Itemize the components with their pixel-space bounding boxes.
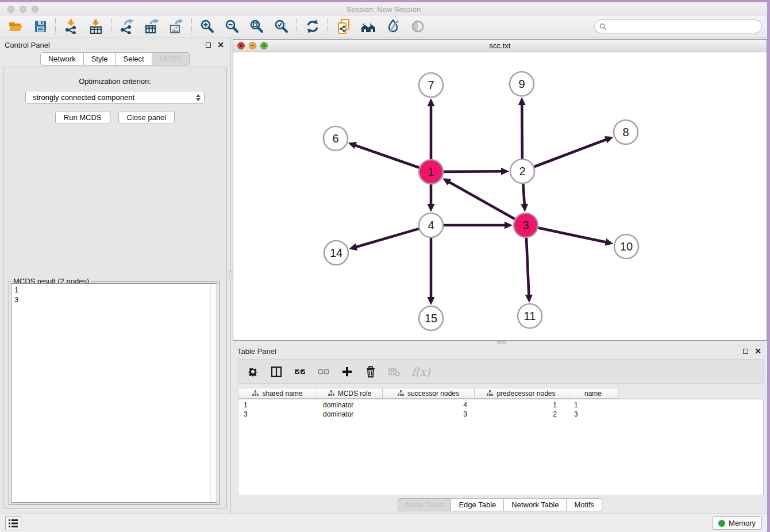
graph-edge-2-9[interactable] [518, 97, 526, 159]
table-cell[interactable]: 1 [238, 401, 318, 410]
open-session-icon[interactable] [7, 19, 23, 34]
column-header-label: successor nodes [407, 390, 459, 398]
graph-node-2[interactable]: 2 [510, 159, 534, 183]
optimization-criterion-label: Optimization criterion: [3, 77, 226, 86]
table-header-row: shared nameMCDS rolesuccessor nodesprede… [238, 388, 764, 399]
zoom-selected-icon[interactable] [274, 19, 289, 34]
task-history-button[interactable] [5, 516, 21, 530]
first-neighbors-icon[interactable] [360, 19, 376, 34]
table-cell[interactable]: 1 [569, 401, 619, 410]
unselect-all-icon[interactable] [317, 365, 330, 378]
show-style-icon[interactable] [385, 19, 401, 34]
node-label: 14 [330, 246, 342, 259]
table-cell[interactable]: dominator [318, 410, 383, 419]
graph-edge-1-7[interactable] [428, 98, 435, 159]
table-row[interactable]: 1dominator411 [238, 401, 763, 410]
graph-edge-2-3[interactable] [521, 184, 528, 212]
select-all-icon[interactable] [294, 365, 306, 378]
table-cell[interactable]: 4 [383, 401, 475, 410]
table-cell[interactable]: dominator [318, 401, 383, 410]
create-column-plus-icon[interactable] [341, 365, 353, 378]
close-panel-button[interactable]: Close panel [118, 111, 175, 124]
graph-node-8[interactable]: 8 [614, 120, 638, 144]
show-columns-icon[interactable] [270, 365, 283, 378]
graph-edge-1-6[interactable] [348, 142, 419, 168]
table-row[interactable]: 3dominator323 [238, 410, 763, 419]
graph-node-14[interactable]: 14 [324, 241, 348, 265]
export-image-icon[interactable] [168, 19, 184, 34]
graph-edge-4-15[interactable] [428, 238, 435, 305]
export-network-icon[interactable] [119, 19, 134, 34]
zoom-fit-icon[interactable] [249, 19, 264, 34]
graph-edge-1-2[interactable] [444, 168, 509, 175]
tab-select[interactable]: Select [116, 52, 152, 65]
zoom-in-icon[interactable] [199, 19, 215, 34]
graph-node-3[interactable]: 3 [514, 213, 538, 237]
graph-node-1[interactable]: 1 [419, 160, 443, 184]
column-header-shared-name[interactable]: shared name [238, 388, 317, 399]
column-header-successor-nodes[interactable]: successor nodes [383, 388, 475, 399]
table-cell[interactable]: 2 [475, 410, 569, 419]
optimization-select[interactable]: strongly connected component [25, 91, 205, 104]
tab-style[interactable]: Style [84, 52, 116, 65]
table-cell[interactable]: 1 [475, 401, 569, 410]
tab-motifs[interactable]: Motifs [567, 498, 602, 511]
graph-edge-2-8[interactable] [534, 136, 614, 167]
apply-layout-icon[interactable] [305, 19, 320, 34]
hide-panel-eye-icon[interactable] [410, 19, 425, 34]
graph-node-9[interactable]: 9 [510, 72, 534, 96]
tab-node-table[interactable]: Node Table [398, 498, 452, 511]
close-table-panel-icon[interactable]: ✕ [753, 346, 763, 356]
graph-node-15[interactable]: 15 [419, 306, 443, 330]
result-scrollbar[interactable] [210, 284, 217, 502]
tab-network-table[interactable]: Network Table [504, 498, 567, 511]
graph-node-10[interactable]: 10 [614, 234, 638, 259]
table-panel-title: Table Panel [237, 347, 737, 356]
delete-column-trash-icon[interactable] [364, 365, 377, 378]
memory-button[interactable]: Memory [712, 516, 762, 530]
tab-edge-table[interactable]: Edge Table [451, 498, 504, 511]
graph-node-4[interactable]: 4 [419, 213, 443, 237]
run-mcds-button[interactable]: Run MCDS [55, 111, 110, 124]
zoom-out-icon[interactable] [224, 19, 240, 34]
save-session-icon[interactable] [32, 19, 48, 34]
mcds-result-text[interactable]: 13 [11, 283, 217, 503]
divider-grip[interactable] [229, 270, 233, 280]
search-input[interactable] [607, 21, 761, 32]
divider-grip[interactable] [497, 341, 506, 344]
column-header-name[interactable]: name [568, 388, 618, 399]
table-body[interactable]: 1dominator4113dominator323 [238, 399, 764, 495]
table-cell[interactable]: 3 [383, 410, 475, 419]
edge-arrowhead [525, 295, 533, 303]
graph-node-6[interactable]: 6 [324, 126, 348, 151]
duplicate-network-icon[interactable] [336, 19, 351, 34]
horizontal-divider[interactable] [233, 341, 767, 344]
table-toolbar: f(x) [238, 359, 764, 384]
panel-divider[interactable] [230, 37, 233, 514]
graph-edge-4-3[interactable] [444, 222, 513, 229]
tab-network[interactable]: Network [40, 52, 84, 65]
import-table-icon[interactable] [88, 19, 103, 34]
table-cell[interactable]: 3 [569, 410, 619, 419]
search-field[interactable] [594, 20, 762, 33]
column-header-predecessor-nodes[interactable]: predecessor nodes [475, 388, 568, 399]
graph-node-11[interactable]: 11 [518, 304, 542, 328]
export-table-icon[interactable] [144, 19, 159, 34]
graph-edge-1-4[interactable] [428, 184, 435, 212]
graph-node-7[interactable]: 7 [419, 73, 443, 97]
table-cell[interactable]: 3 [238, 410, 318, 419]
edge-arrowhead [348, 142, 357, 149]
graph-edge-4-14[interactable] [349, 229, 419, 250]
float-table-panel-icon[interactable] [741, 346, 750, 356]
graph-edge-3-11[interactable] [525, 238, 533, 303]
graph-edge-3-10[interactable] [538, 228, 614, 246]
import-network-icon[interactable] [63, 19, 79, 34]
table-options-gear-icon[interactable] [247, 365, 259, 378]
attribute-tree-icon [398, 390, 404, 396]
network-canvas[interactable]: 1234678910111415 [233, 52, 767, 340]
close-panel-icon[interactable]: ✕ [216, 40, 225, 49]
float-panel-icon[interactable] [203, 40, 213, 49]
column-header-MCDS-role[interactable]: MCDS role [317, 388, 383, 399]
graph-edge-3-1[interactable] [442, 178, 515, 219]
tab-mcds[interactable]: MCDS [152, 52, 190, 65]
